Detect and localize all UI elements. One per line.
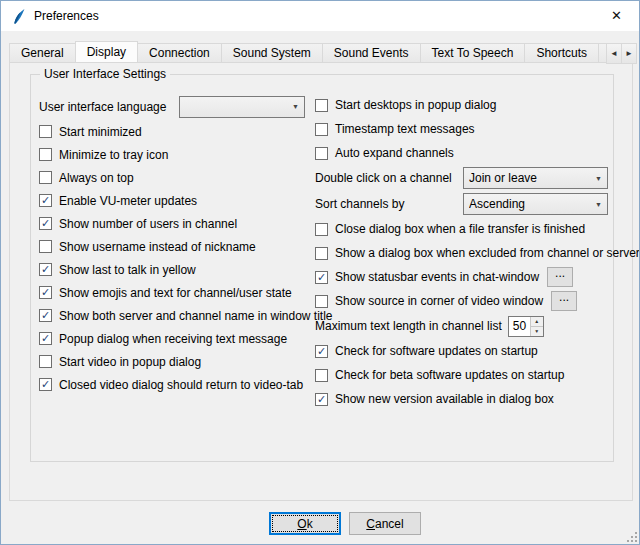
label-check-beta-updates: Check for beta software updates on start…	[335, 368, 564, 382]
checkbox-close-file-transfer[interactable]	[315, 223, 328, 236]
row-last-to-talk[interactable]: ✓ Show last to talk in yellow	[39, 258, 309, 281]
label-window-title: Show both server and channel name in win…	[59, 309, 333, 323]
row-timestamp-messages[interactable]: Timestamp text messages	[315, 117, 611, 141]
checkbox-emojis[interactable]: ✓	[39, 286, 52, 299]
label-timestamp-messages: Timestamp text messages	[335, 122, 475, 136]
checkbox-video-return-tab[interactable]: ✓	[39, 378, 52, 391]
checkbox-last-to-talk[interactable]: ✓	[39, 263, 52, 276]
checkbox-minimize-to-tray[interactable]	[39, 148, 52, 161]
tab-connection[interactable]: Connection	[137, 43, 222, 62]
cancel-button[interactable]: Cancel	[349, 512, 421, 535]
row-excluded-dialog[interactable]: Show a dialog box when excluded from cha…	[315, 241, 611, 265]
label-auto-expand: Auto expand channels	[335, 146, 454, 160]
label-popup-text-message: Popup dialog when receiving text message	[59, 332, 287, 346]
label-excluded-dialog: Show a dialog box when excluded from cha…	[335, 246, 640, 260]
row-show-user-count[interactable]: ✓ Show number of users in channel	[39, 212, 309, 235]
tab-display[interactable]: Display	[75, 41, 138, 62]
checkbox-show-username[interactable]	[39, 240, 52, 253]
titlebar[interactable]: Preferences ✕	[1, 1, 639, 31]
row-statusbar-events[interactable]: ✓ Show statusbar events in chat-window .…	[315, 265, 611, 289]
row-show-username[interactable]: Show username instead of nickname	[39, 235, 309, 258]
right-column: Start desktops in popup dialog Timestamp…	[315, 93, 611, 411]
label-new-version-dialog: Show new version available in dialog box	[335, 392, 554, 406]
tab-scroll-buttons: ◄ ►	[607, 43, 637, 62]
row-new-version-dialog[interactable]: ✓ Show new version available in dialog b…	[315, 387, 611, 411]
ok-button[interactable]: Ok	[269, 512, 341, 535]
row-video-popup[interactable]: Start video in popup dialog	[39, 350, 309, 373]
row-always-on-top[interactable]: Always on top	[39, 166, 309, 189]
row-window-title[interactable]: ✓ Show both server and channel name in w…	[39, 304, 309, 327]
chevron-down-icon: ▼	[595, 201, 602, 208]
checkbox-check-beta-updates[interactable]	[315, 369, 328, 382]
resize-grip[interactable]	[625, 530, 638, 543]
checkbox-timestamp-messages[interactable]	[315, 123, 328, 136]
checkbox-check-updates[interactable]: ✓	[315, 345, 328, 358]
checkbox-vu-meter[interactable]: ✓	[39, 194, 52, 207]
app-icon	[10, 8, 27, 25]
checkbox-window-title[interactable]: ✓	[39, 309, 52, 322]
row-desktops-popup[interactable]: Start desktops in popup dialog	[315, 93, 611, 117]
label-minimize-to-tray: Minimize to tray icon	[59, 148, 168, 162]
window-title: Preferences	[34, 9, 99, 23]
row-popup-text-message[interactable]: ✓ Popup dialog when receiving text messa…	[39, 327, 309, 350]
checkbox-excluded-dialog[interactable]	[315, 247, 328, 260]
checkbox-new-version-dialog[interactable]: ✓	[315, 393, 328, 406]
checkbox-statusbar-events[interactable]: ✓	[315, 271, 328, 284]
label-double-click: Double click on a channel	[315, 171, 463, 185]
row-minimize-to-tray[interactable]: Minimize to tray icon	[39, 143, 309, 166]
double-click-value: Join or leave	[469, 171, 537, 185]
checkbox-show-user-count[interactable]: ✓	[39, 217, 52, 230]
row-auto-expand[interactable]: Auto expand channels	[315, 141, 611, 165]
label-max-text-length: Maximum text length in channel list	[315, 319, 502, 333]
tab-scroll-left-button[interactable]: ◄	[606, 43, 622, 64]
label-video-source-corner: Show source in corner of video window	[335, 294, 543, 308]
statusbar-events-more-button[interactable]: ...	[547, 267, 573, 287]
ellipsis-label: ...	[559, 292, 569, 302]
row-start-minimized[interactable]: Start minimized	[39, 120, 309, 143]
left-column: User interface language ▼ Start minimize…	[39, 93, 309, 396]
row-video-return-tab[interactable]: ✓ Closed video dialog should return to v…	[39, 373, 309, 396]
arrow-right-icon: ►	[625, 49, 633, 58]
checkbox-video-popup[interactable]	[39, 355, 52, 368]
checkbox-always-on-top[interactable]	[39, 171, 52, 184]
row-double-click: Double click on a channel Join or leave …	[315, 165, 611, 191]
tab-scroll-right-button[interactable]: ►	[621, 43, 637, 64]
chevron-down-icon: ▼	[292, 103, 299, 110]
row-vu-meter[interactable]: ✓ Enable VU-meter updates	[39, 189, 309, 212]
checkbox-auto-expand[interactable]	[315, 147, 328, 160]
max-text-length-spinbox[interactable]: 50 ▲ ▼	[508, 316, 544, 337]
label-show-username: Show username instead of nickname	[59, 240, 256, 254]
row-video-source-corner[interactable]: Show source in corner of video window ..…	[315, 289, 611, 313]
row-check-beta-updates[interactable]: Check for beta software updates on start…	[315, 363, 611, 387]
tab-sound-events[interactable]: Sound Events	[322, 43, 421, 62]
spin-down-button[interactable]: ▼	[530, 327, 543, 336]
row-check-updates[interactable]: ✓ Check for software updates on startup	[315, 339, 611, 363]
tab-shortcuts[interactable]: Shortcuts	[524, 43, 599, 62]
label-desktops-popup: Start desktops in popup dialog	[335, 98, 496, 112]
close-icon: ✕	[611, 8, 622, 23]
checkbox-start-minimized[interactable]	[39, 125, 52, 138]
sort-channels-combobox[interactable]: Ascending ▼	[463, 193, 608, 215]
row-sort-channels: Sort channels by Ascending ▼	[315, 191, 611, 217]
tab-sound-system[interactable]: Sound System	[221, 43, 323, 62]
spin-arrows: ▲ ▼	[530, 317, 543, 336]
label-last-to-talk: Show last to talk in yellow	[59, 263, 196, 277]
checkbox-video-source-corner[interactable]	[315, 295, 328, 308]
tab-text-to-speech[interactable]: Text To Speech	[420, 43, 526, 62]
row-close-file-transfer[interactable]: Close dialog box when a file transfer is…	[315, 217, 611, 241]
checkbox-desktops-popup[interactable]	[315, 99, 328, 112]
row-emojis[interactable]: ✓ Show emojis and text for channel/user …	[39, 281, 309, 304]
label-always-on-top: Always on top	[59, 171, 134, 185]
close-button[interactable]: ✕	[594, 1, 639, 30]
display-tab-page: User Interface Settings User interface l…	[9, 62, 633, 501]
tab-general[interactable]: General	[9, 43, 76, 62]
double-click-combobox[interactable]: Join or leave ▼	[463, 167, 608, 189]
preferences-window: Preferences ✕ General Display Connection…	[0, 0, 640, 545]
chevron-down-icon: ▼	[595, 175, 602, 182]
label-check-updates: Check for software updates on startup	[335, 344, 538, 358]
label-start-minimized: Start minimized	[59, 125, 142, 139]
ui-language-combobox[interactable]: ▼	[179, 96, 305, 118]
video-source-more-button[interactable]: ...	[551, 291, 577, 311]
spin-up-button[interactable]: ▲	[530, 317, 543, 327]
checkbox-popup-text-message[interactable]: ✓	[39, 332, 52, 345]
